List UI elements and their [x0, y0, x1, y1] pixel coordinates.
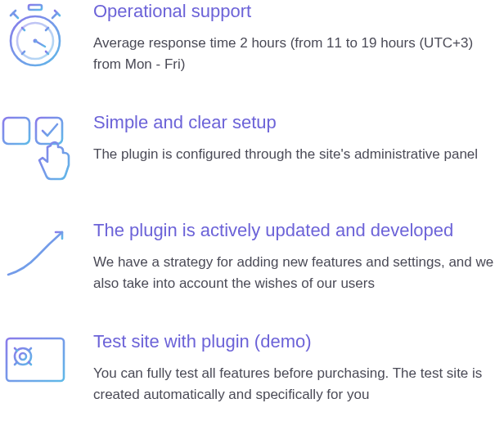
feature-text: Simple and clear setup The plugin is con…	[93, 111, 504, 165]
svg-point-4	[34, 39, 38, 43]
feature-text: The plugin is actively updated and devel…	[93, 219, 504, 294]
svg-line-48	[29, 362, 31, 365]
feature-text: Test site with plugin (demo) You can ful…	[93, 330, 504, 405]
monitor-gear-icon	[0, 330, 70, 402]
feature-desc: The plugin is configured through the sit…	[93, 144, 501, 165]
feature-text: Operational support Average response tim…	[93, 0, 504, 75]
svg-point-42	[20, 353, 26, 360]
feature-title: Operational support	[93, 0, 501, 23]
checkbox-touch-icon	[0, 111, 70, 183]
stopwatch-icon	[0, 0, 70, 72]
feature-row: The plugin is actively updated and devel…	[0, 219, 504, 294]
feature-row: Operational support Average response tim…	[0, 0, 504, 75]
feature-title: Simple and clear setup	[93, 111, 501, 134]
feature-desc: We have a strategy for adding new featur…	[93, 252, 501, 295]
feature-title: Test site with plugin (demo)	[93, 330, 501, 353]
growth-chart-icon	[0, 219, 70, 291]
svg-rect-19	[3, 118, 29, 144]
svg-line-47	[15, 348, 17, 351]
svg-line-49	[15, 362, 17, 365]
svg-rect-20	[36, 118, 62, 144]
feature-desc: Average response time 2 hours (from 11 t…	[93, 33, 501, 76]
svg-line-17	[22, 52, 25, 54]
feature-row: Test site with plugin (demo) You can ful…	[0, 330, 504, 405]
svg-line-18	[46, 28, 48, 30]
feature-title: The plugin is actively updated and devel…	[93, 219, 501, 242]
svg-line-15	[22, 28, 25, 30]
feature-desc: You can fully test all features before p…	[93, 363, 501, 406]
feature-row: Simple and clear setup The plugin is con…	[0, 111, 504, 183]
svg-line-16	[46, 52, 48, 54]
svg-line-50	[29, 348, 31, 351]
